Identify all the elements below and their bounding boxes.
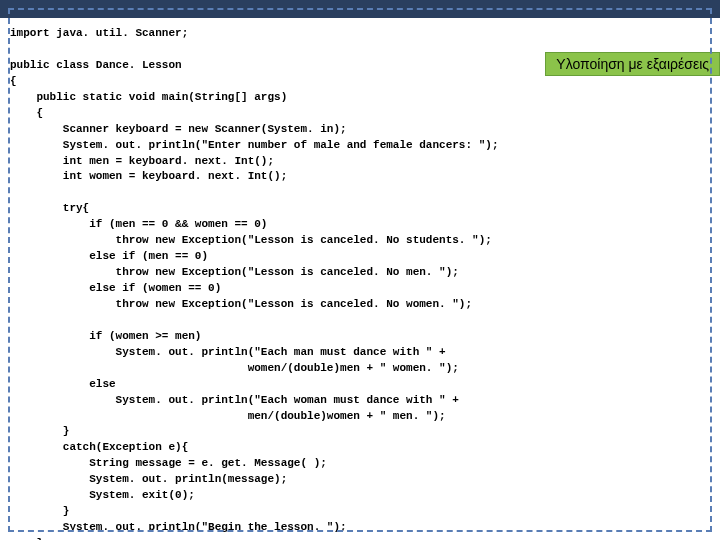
- code-line: {: [10, 107, 43, 119]
- code-line: try{: [10, 202, 89, 214]
- code-line: catch(Exception e){: [10, 441, 188, 453]
- code-line: else if (men == 0): [10, 250, 208, 262]
- annotation-badge: Υλοποίηση με εξαιρέσεις: [545, 52, 720, 76]
- badge-label: Υλοποίηση με εξαιρέσεις: [556, 56, 709, 72]
- code-line: men/(double)women + " men. ");: [10, 410, 446, 422]
- code-line: System. out. println("Each woman must da…: [10, 394, 459, 406]
- code-line: throw new Exception("Lesson is canceled.…: [10, 266, 459, 278]
- code-line: int women = keyboard. next. Int();: [10, 170, 287, 182]
- code-line: System. exit(0);: [10, 489, 195, 501]
- code-line: Scanner keyboard = new Scanner(System. i…: [10, 123, 347, 135]
- code-line: import java. util. Scanner;: [10, 27, 188, 39]
- code-line: System. out. println("Begin the lesson. …: [10, 521, 347, 533]
- code-line: women/(double)men + " women. ");: [10, 362, 459, 374]
- code-line: System. out. println("Each man must danc…: [10, 346, 446, 358]
- top-bar: [0, 0, 720, 18]
- code-line: public static void main(String[] args): [10, 91, 287, 103]
- code-line: }: [10, 505, 69, 517]
- code-line: System. out. println(message);: [10, 473, 287, 485]
- code-line: }: [10, 425, 69, 437]
- code-line: throw new Exception("Lesson is canceled.…: [10, 234, 492, 246]
- code-line: else: [10, 378, 116, 390]
- code-line: {: [10, 75, 17, 87]
- code-line: String message = e. get. Message( );: [10, 457, 327, 469]
- code-line: if (women >= men): [10, 330, 201, 342]
- code-line: throw new Exception("Lesson is canceled.…: [10, 298, 472, 310]
- code-line: if (men == 0 && women == 0): [10, 218, 267, 230]
- code-line: public class Dance. Lesson: [10, 59, 182, 71]
- code-line: System. out. println("Enter number of ma…: [10, 139, 498, 151]
- code-block: import java. util. Scanner; public class…: [0, 18, 720, 540]
- code-line: else if (women == 0): [10, 282, 221, 294]
- code-line: int men = keyboard. next. Int();: [10, 155, 274, 167]
